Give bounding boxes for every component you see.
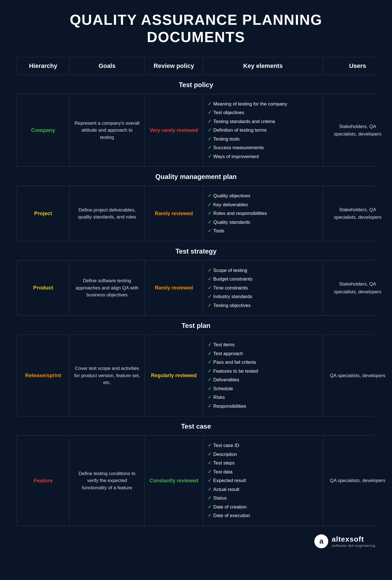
list-item: Quality standards [208,218,318,227]
table-row: FeatureDefine testing conditions to veri… [17,436,375,526]
goals-cell: Cover test scope and activities for prod… [70,335,145,416]
table-header: HierarchyGoalsReview policyKey elementsU… [17,57,375,75]
list-item: Test steps [208,459,318,468]
list-item: Test data [208,468,318,476]
review-cell: Constantly reviewed [145,436,203,526]
header-cell: Users [323,57,392,75]
review-cell: Very rarely reviewed [145,94,203,167]
logo-sub: software r&d engineering [332,544,375,548]
list-item: Responsibilities [208,402,318,411]
page-title: QUALITY ASSURANCE PLANNINGDOCUMENTS [17,11,375,46]
list-item: Description [208,450,318,459]
goals-cell: Define testing conditions to verify the … [70,436,145,526]
list-item: Test objectives [208,108,318,117]
section-header: Test plan [17,316,375,335]
list-item: Roles and responsibilities [208,209,318,218]
list-item: Success measurements [208,143,318,152]
list-item: Budget constraints [208,275,318,284]
section-header: Test strategy [17,241,375,260]
list-item: Time constraints [208,284,318,293]
list-item: Status [208,494,318,503]
list-item: Testing standards and criteria [208,117,318,126]
list-item: Test case ID [208,441,318,450]
goals-cell: Represent a company's overall attitude a… [70,94,145,167]
header-cell: Hierarchy [17,57,70,75]
key-elements-cell: Test case IDDescriptionTest stepsTest da… [203,436,323,526]
logo-circle: a [314,534,328,548]
review-cell: Regularly reviewed [145,335,203,416]
logo-text: altexsoft software r&d engineering [332,535,375,548]
list-item: Actual result [208,485,318,494]
key-elements-cell: Quality objectivesKey deliverablesRoles … [203,186,323,241]
key-elements-cell: Meaning of testing for the companyTest o… [203,94,323,167]
hierarchy-cell: Product [17,260,70,316]
list-item: Risks [208,393,318,402]
list-item: Test items [208,340,318,349]
key-elements-cell: Scope of testingBudget constraintsTime c… [203,260,323,316]
list-item: Ways of improvement [208,152,318,161]
list-item: Scope of testing [208,266,318,275]
list-item: Deliverables [208,375,318,384]
list-item: Industry standards [208,292,318,301]
list-item: Key deliverables [208,200,318,209]
users-cell: Stakeholders, QA specialists, developers [323,260,392,316]
table-row: Release/sprintCover test scope and activ… [17,335,375,416]
list-item: Expected result [208,476,318,485]
section-header: Quality management plan [17,167,375,186]
list-item: Features to be tested [208,367,318,376]
goals-cell: Define project deliverables, quality sta… [70,186,145,241]
logo-symbol: a [319,537,323,545]
section-header: Test policy [17,75,375,94]
hierarchy-cell: Project [17,186,70,241]
table-content: Test policyCompanyRepresent a company's … [17,75,375,526]
header-cell: Review policy [145,57,203,75]
list-item: Definition of testing terms [208,126,318,135]
list-item: Quality objectives [208,191,318,200]
review-cell: Rarely reviewed [145,186,203,241]
goals-cell: Define software testing approaches and a… [70,260,145,316]
key-elements-cell: Test itemsTest approachPass and fail cri… [203,335,323,416]
list-item: Meaning of testing for the company [208,100,318,109]
page-container: QUALITY ASSURANCE PLANNINGDOCUMENTS Hier… [0,0,392,568]
review-cell: Rarely reviewed [145,260,203,316]
hierarchy-cell: Company [17,94,70,167]
list-item: Testing tools [208,135,318,144]
footer-logo: a altexsoft software r&d engineering [314,534,375,548]
list-item: Tools [208,227,318,235]
table-row: ProductDefine software testing approache… [17,260,375,316]
list-item: Date of execution [208,511,318,520]
header-cell: Key elements [203,57,323,75]
hierarchy-cell: Feature [17,436,70,526]
table-row: CompanyRepresent a company's overall att… [17,94,375,167]
users-cell: QA specialists, developers [323,436,392,526]
list-item: Test approach [208,349,318,358]
list-item: Testing objectives [208,301,318,310]
header-cell: Goals [70,57,145,75]
users-cell: Stakeholders, QA specialists, developers [323,94,392,167]
list-item: Pass and fail criteria [208,358,318,367]
list-item: Date of creation [208,503,318,512]
table-row: ProjectDefine project deliverables, qual… [17,186,375,241]
users-cell: QA specialists, developers [323,335,392,416]
hierarchy-cell: Release/sprint [17,335,70,416]
users-cell: Stakeholders, QA specialists, developers [323,186,392,241]
logo-name: altexsoft [332,535,375,544]
list-item: Schedule [208,384,318,393]
section-header: Test case [17,416,375,436]
footer: a altexsoft software r&d engineering [17,526,375,551]
